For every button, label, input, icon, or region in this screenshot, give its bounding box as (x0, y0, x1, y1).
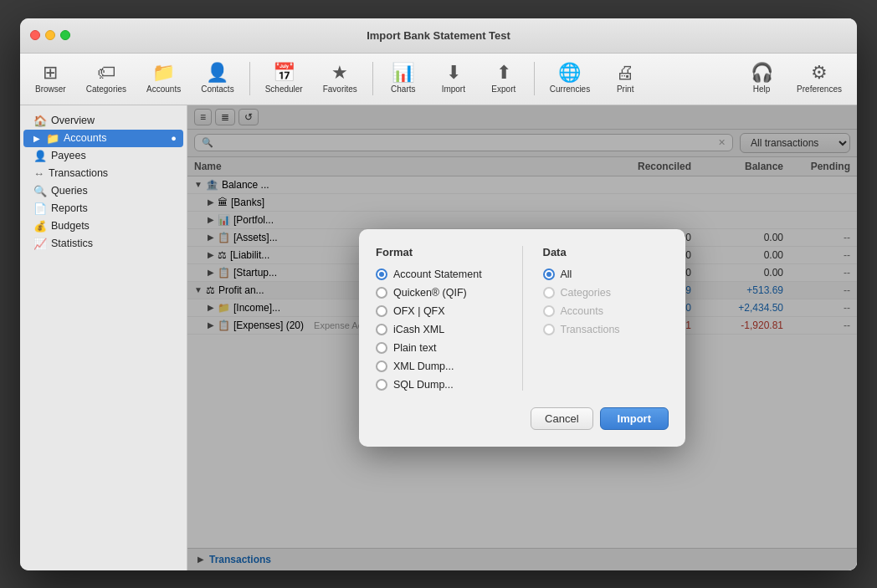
toolbar-currencies[interactable]: 🌐 Currencies (541, 60, 598, 97)
data-all-dot (546, 272, 551, 277)
xml-dump-radio[interactable] (376, 360, 387, 372)
toolbar-scheduler[interactable]: 📅 Scheduler (257, 60, 311, 97)
sidebar-overview-label: Overview (51, 115, 95, 126)
sidebar-statistics-label: Statistics (51, 238, 93, 249)
toolbar-browser[interactable]: ⊞ Browser (27, 60, 74, 97)
sql-dump-label: SQL Dump... (393, 379, 454, 391)
format-xml-dump[interactable]: XML Dump... (376, 360, 502, 372)
sidebar-queries-label: Queries (51, 185, 88, 197)
data-accounts[interactable]: Accounts (543, 305, 669, 317)
main-window: Import Bank Statement Test ⊞ Browser 🏷 C… (20, 18, 857, 570)
toolbar-charts[interactable]: 📊 Charts (380, 60, 427, 97)
format-quicken-qif[interactable]: Quicken® (QIF) (376, 287, 502, 299)
toolbar-favorites[interactable]: ★ Favorites (315, 60, 366, 97)
account-statement-label: Account Statement (393, 268, 482, 280)
import-icon: ⬇ (446, 64, 461, 82)
preferences-label: Preferences (797, 84, 842, 94)
sql-dump-radio[interactable] (376, 379, 387, 391)
export-label: Export (491, 84, 515, 94)
scheduler-label: Scheduler (265, 84, 303, 94)
import-dialog: Format Account Statement (359, 229, 685, 447)
sidebar-item-budgets[interactable]: 💰 Budgets (20, 217, 187, 235)
cancel-button[interactable]: Cancel (531, 407, 592, 430)
accounts-label: Accounts (146, 84, 181, 94)
toolbar-contacts[interactable]: 👤 Contacts (192, 60, 242, 97)
radio-dot (379, 272, 384, 277)
plain-text-radio[interactable] (376, 342, 387, 354)
accounts-badge: ● (171, 133, 177, 143)
format-icash-xml[interactable]: iCash XML (376, 324, 502, 335)
toolbar-preferences[interactable]: ⚙ Preferences (788, 60, 850, 97)
sidebar-accounts-label: Accounts (64, 132, 106, 144)
icash-xml-label: iCash XML (393, 324, 444, 335)
minimize-button[interactable] (45, 30, 55, 40)
transactions-icon: ↔ (33, 167, 44, 180)
data-transactions[interactable]: Transactions (543, 324, 669, 335)
data-categories[interactable]: Categories (543, 287, 669, 299)
payees-icon: 👤 (33, 150, 47, 162)
toolbar-help[interactable]: 🎧 Help (738, 60, 785, 97)
format-section: Format Account Statement (376, 246, 502, 391)
contacts-label: Contacts (201, 84, 233, 94)
main-content: 🏠 Overview ▶ 📁 Accounts ● 👤 Payees ↔ Tra… (20, 105, 857, 570)
statistics-icon: 📈 (33, 238, 47, 250)
accounts-arrow-icon: ▶ (33, 134, 40, 143)
overview-icon: 🏠 (33, 115, 47, 127)
ofx-qfx-label: OFX | QFX (393, 305, 445, 317)
help-icon: 🎧 (751, 64, 773, 82)
icash-xml-radio[interactable] (376, 324, 387, 335)
accounts-toolbar-icon: 📁 (152, 64, 175, 82)
ofx-qfx-radio[interactable] (376, 305, 387, 317)
import-button[interactable]: Import (600, 407, 669, 430)
sidebar-item-accounts[interactable]: ▶ 📁 Accounts ● (23, 130, 183, 147)
help-label: Help (753, 84, 771, 94)
plain-text-label: Plain text (393, 342, 436, 354)
maximize-button[interactable] (60, 30, 70, 40)
sidebar-payees-label: Payees (51, 150, 86, 161)
close-button[interactable] (30, 30, 40, 40)
toolbar-separator-2 (372, 62, 373, 95)
browser-icon: ⊞ (43, 64, 58, 82)
toolbar-print[interactable]: 🖨 Print (602, 60, 649, 97)
sidebar-item-statistics[interactable]: 📈 Statistics (20, 235, 187, 253)
charts-icon: 📊 (392, 64, 414, 82)
data-transactions-label: Transactions (561, 324, 620, 335)
sidebar-item-reports[interactable]: 📄 Reports (20, 200, 187, 217)
data-transactions-radio[interactable] (543, 324, 555, 335)
data-accounts-radio[interactable] (543, 305, 555, 317)
data-categories-radio[interactable] (543, 287, 555, 299)
format-account-statement[interactable]: Account Statement (376, 268, 502, 280)
sidebar-item-queries[interactable]: 🔍 Queries (20, 182, 187, 200)
format-plain-text[interactable]: Plain text (376, 342, 502, 354)
sidebar-transactions-label: Transactions (49, 167, 108, 179)
data-categories-label: Categories (561, 287, 611, 299)
format-ofx-qfx[interactable]: OFX | QFX (376, 305, 502, 317)
print-label: Print (617, 84, 634, 94)
toolbar-categories[interactable]: 🏷 Categories (78, 60, 135, 97)
quicken-qif-radio[interactable] (376, 287, 387, 299)
traffic-lights (30, 30, 70, 40)
format-section-title: Format (376, 246, 502, 258)
sidebar-item-overview[interactable]: 🏠 Overview (20, 112, 187, 130)
account-statement-radio[interactable] (376, 268, 387, 280)
sidebar-item-payees[interactable]: 👤 Payees (20, 147, 187, 165)
toolbar-separator-1 (249, 62, 250, 95)
format-sql-dump[interactable]: SQL Dump... (376, 379, 502, 391)
sidebar-item-transactions[interactable]: ↔ Transactions (20, 165, 187, 182)
modal-overlay: Format Account Statement (187, 105, 857, 570)
sidebar-budgets-label: Budgets (51, 220, 90, 232)
toolbar-accounts[interactable]: 📁 Accounts (138, 60, 189, 97)
toolbar-export[interactable]: ⬆ Export (480, 60, 527, 97)
data-all-radio[interactable] (543, 268, 555, 280)
accounts-sidebar-icon: 📁 (46, 132, 59, 145)
print-icon: 🖨 (616, 64, 634, 82)
toolbar-import[interactable]: ⬇ Import (430, 60, 477, 97)
favorites-icon: ★ (331, 64, 348, 82)
reports-icon: 📄 (33, 202, 47, 215)
toolbar-separator-3 (534, 62, 535, 95)
toolbar: ⊞ Browser 🏷 Categories 📁 Accounts 👤 Cont… (20, 54, 857, 105)
data-all[interactable]: All (543, 268, 669, 280)
charts-label: Charts (391, 84, 415, 94)
data-section: Data All Categories (543, 246, 669, 391)
data-accounts-label: Accounts (561, 305, 603, 317)
